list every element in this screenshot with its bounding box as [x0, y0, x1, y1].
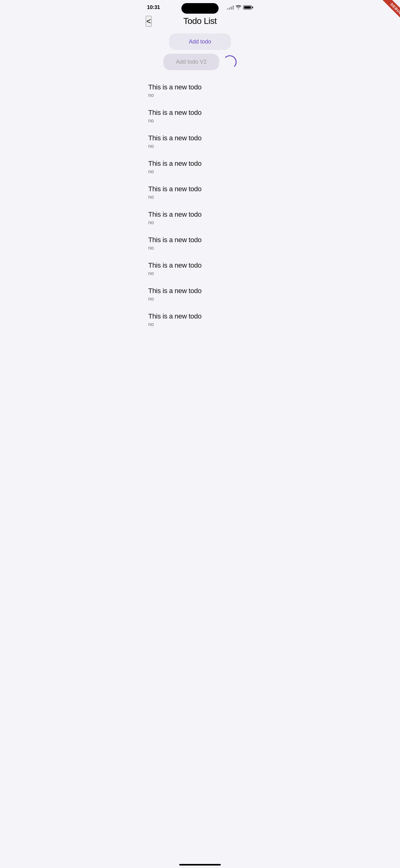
todo-status: no	[148, 194, 252, 200]
todo-status: no	[148, 220, 252, 225]
todo-title: This is a new todo	[148, 261, 252, 270]
todo-title: This is a new todo	[148, 160, 252, 168]
battery-tip	[252, 6, 253, 8]
add-todo-v2-wrapper: Add todo V2	[163, 54, 237, 70]
todo-item[interactable]: This is a new todono	[148, 281, 252, 307]
signal-dot-2	[229, 7, 230, 10]
signal-dot-3	[231, 6, 232, 10]
todo-item[interactable]: This is a new todono	[148, 180, 252, 205]
signal-dot-1	[227, 8, 228, 10]
buttons-area: Add todo Add todo V2	[139, 31, 261, 76]
todo-status: no	[148, 271, 252, 276]
signal-icon	[227, 5, 234, 10]
status-time: 10:31	[147, 4, 160, 10]
todo-list: This is a new todonoThis is a new todono…	[139, 76, 261, 351]
status-icons	[227, 5, 253, 10]
todo-title: This is a new todo	[148, 134, 252, 142]
todo-status: no	[148, 321, 252, 327]
todo-status: no	[148, 245, 252, 251]
add-todo-v2-button[interactable]: Add todo V2	[163, 54, 219, 70]
wifi-icon	[236, 5, 241, 10]
nav-bar: < Todo List	[139, 13, 261, 31]
todo-item[interactable]: This is a new todono	[148, 128, 252, 154]
status-bar: 10:31	[139, 0, 261, 13]
loading-spinner	[223, 55, 237, 69]
todo-item[interactable]: This is a new todono	[148, 256, 252, 281]
todo-item[interactable]: This is a new todono	[148, 307, 252, 332]
todo-status: no	[148, 118, 252, 124]
todo-title: This is a new todo	[148, 236, 252, 244]
todo-item[interactable]: This is a new todono	[148, 103, 252, 128]
todo-item[interactable]: This is a new todono	[148, 78, 252, 103]
todo-status: no	[148, 144, 252, 149]
battery-icon	[243, 5, 253, 10]
todo-status: no	[148, 296, 252, 302]
todo-item[interactable]: This is a new todono	[148, 154, 252, 180]
todo-title: This is a new todo	[148, 312, 252, 320]
add-todo-button[interactable]: Add todo	[169, 34, 231, 50]
todo-status: no	[148, 93, 252, 98]
battery-fill	[244, 6, 251, 9]
battery-body	[243, 5, 252, 10]
todo-item[interactable]: This is a new todono	[148, 230, 252, 256]
todo-title: This is a new todo	[148, 287, 252, 295]
todo-title: This is a new todo	[148, 185, 252, 193]
page-title: Todo List	[183, 16, 217, 26]
todo-status: no	[148, 169, 252, 175]
back-button[interactable]: <	[146, 16, 152, 27]
dynamic-island	[181, 3, 219, 14]
todo-item[interactable]: This is a new todono	[148, 205, 252, 230]
signal-dot-4	[233, 6, 234, 10]
todo-title: This is a new todo	[148, 83, 252, 91]
todo-title: This is a new todo	[148, 211, 252, 219]
todo-title: This is a new todo	[148, 108, 252, 117]
